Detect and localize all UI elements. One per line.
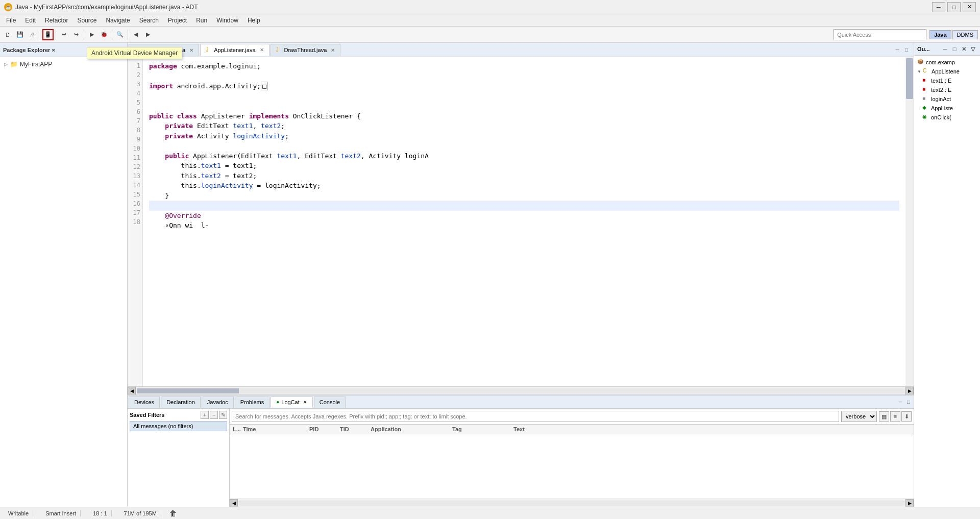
search-button[interactable]: 🔍 bbox=[114, 29, 126, 40]
logcat-scroll-left[interactable]: ◀ bbox=[230, 499, 238, 507]
menu-edit[interactable]: Edit bbox=[21, 16, 40, 25]
col-time: Time bbox=[243, 426, 309, 432]
bottom-maximize-icon[interactable]: □ bbox=[904, 398, 913, 406]
minimize-button[interactable]: ─ bbox=[932, 2, 945, 12]
menu-bar: File Edit Refactor Source Navigate Searc… bbox=[0, 14, 980, 27]
field-icon1: ■ bbox=[922, 77, 929, 84]
menu-refactor[interactable]: Refactor bbox=[41, 16, 72, 25]
package-tree: ▷ 📁 MyFirstAPP bbox=[0, 57, 127, 507]
editor-horizontal-scrollbar[interactable]: ◀ ▶ bbox=[128, 386, 914, 394]
main-container: Package Explorer × ⊟ ▽ ▷ 📁 MyFirstAPP J … bbox=[0, 43, 980, 507]
status-smart-insert: Smart Insert bbox=[41, 510, 81, 516]
tab-app-listener[interactable]: J AppListener.java ✕ bbox=[200, 44, 269, 56]
status-bar: Writable Smart Insert 18 : 1 71M of 195M… bbox=[0, 507, 980, 519]
close-button[interactable]: ✕ bbox=[963, 2, 976, 12]
tab-console[interactable]: Console bbox=[314, 397, 346, 408]
run-button[interactable]: ▶ bbox=[86, 29, 97, 40]
tab-logcat[interactable]: ● LogCat ✕ bbox=[271, 397, 313, 408]
menu-file[interactable]: File bbox=[2, 16, 20, 25]
constructor-icon: ◆ bbox=[922, 105, 929, 112]
tab-draw-thread-label: DrawThread.java bbox=[284, 47, 327, 53]
menu-run[interactable]: Run bbox=[192, 16, 211, 25]
tab-javadoc[interactable]: Javadoc bbox=[202, 397, 234, 408]
outline-panel: Ou... ─ □ ✕ ▽ 📦 com.examp ▼ C AppListene… bbox=[914, 43, 980, 507]
logcat-body bbox=[230, 434, 914, 499]
ddms-perspective-button[interactable]: DDMS bbox=[952, 30, 978, 39]
menu-source[interactable]: Source bbox=[73, 16, 101, 25]
outline-constructor-label: AppListe bbox=[931, 105, 953, 111]
remove-filter-button[interactable]: − bbox=[210, 411, 218, 419]
menu-navigate[interactable]: Navigate bbox=[102, 16, 134, 25]
tab-problems[interactable]: Problems bbox=[235, 397, 270, 408]
outline-close-icon[interactable]: ✕ bbox=[960, 45, 968, 53]
outline-field-text2[interactable]: ■ text2 : E bbox=[916, 85, 978, 94]
package-explorer-panel: Package Explorer × ⊟ ▽ ▷ 📁 MyFirstAPP bbox=[0, 43, 128, 507]
outline-constructor[interactable]: ◆ AppListe bbox=[916, 104, 978, 113]
tab-draw-thread[interactable]: J DrawThread.java ✕ bbox=[271, 44, 341, 56]
tab-maximize-icon[interactable]: □ bbox=[902, 46, 911, 54]
bottom-panel: Devices Declaration Javadoc Problems ● L… bbox=[128, 394, 914, 507]
tab-devices[interactable]: Devices bbox=[129, 397, 160, 408]
field-icon3: ■ bbox=[922, 95, 929, 103]
java-file-icon3: J bbox=[276, 47, 282, 53]
tab-minimize-icon[interactable]: ─ bbox=[893, 46, 901, 54]
tab-draw-close[interactable]: ✕ bbox=[331, 47, 335, 53]
outline-field-text1[interactable]: ■ text1 : E bbox=[916, 76, 978, 85]
menu-project[interactable]: Project bbox=[164, 16, 191, 25]
maximize-button[interactable]: □ bbox=[947, 2, 961, 12]
tab-logcat-close[interactable]: ✕ bbox=[303, 400, 307, 405]
tab-declaration[interactable]: Declaration bbox=[161, 397, 201, 408]
toolbar-sep3 bbox=[84, 30, 84, 40]
outline-method-onclick[interactable]: ◉ onClick( bbox=[916, 113, 978, 122]
back-button[interactable]: ◀ bbox=[130, 29, 141, 40]
print-button[interactable]: 🖨 bbox=[27, 29, 38, 40]
code-text[interactable]: package com.example.loginui; import andr… bbox=[143, 57, 905, 386]
perspective-buttons: Java DDMS bbox=[929, 30, 978, 39]
outline-class[interactable]: ▼ C AppListene bbox=[916, 67, 978, 76]
forward-button[interactable]: ▶ bbox=[142, 29, 154, 40]
save-button[interactable]: 💾 bbox=[14, 29, 26, 40]
menu-search[interactable]: Search bbox=[135, 16, 163, 25]
field-icon2: ■ bbox=[922, 86, 929, 93]
scroll-left-button[interactable]: ◀ bbox=[128, 387, 136, 395]
outline-field-login[interactable]: ■ loginAct bbox=[916, 94, 978, 104]
bottom-minimize-icon[interactable]: ─ bbox=[896, 398, 904, 406]
logcat-icon2[interactable]: ≡ bbox=[890, 411, 900, 422]
logcat-icon3[interactable]: ⬇ bbox=[901, 411, 912, 422]
java-perspective-button[interactable]: Java bbox=[929, 30, 951, 39]
toolbar-sep2 bbox=[56, 30, 56, 40]
saved-filters-label: Saved Filters bbox=[130, 412, 164, 418]
edit-filter-button[interactable]: ✎ bbox=[219, 411, 227, 419]
add-filter-button[interactable]: + bbox=[201, 411, 209, 419]
editor-scrollbar[interactable] bbox=[905, 57, 914, 386]
avd-manager-button[interactable]: 📱 bbox=[42, 29, 54, 40]
logcat-hscroll[interactable]: ◀ ▶ bbox=[230, 499, 914, 507]
new-button[interactable]: 🗋 bbox=[2, 29, 13, 40]
debug-button[interactable]: 🐞 bbox=[99, 29, 110, 40]
undo-button[interactable]: ↩ bbox=[58, 29, 69, 40]
toolbar-sep4 bbox=[112, 30, 112, 40]
line-numbers: 1 2 3 4 5 6 7 8 9 10 11 12 13 14 15 16 1 bbox=[128, 57, 143, 386]
menu-window[interactable]: Window bbox=[212, 16, 242, 25]
outline-minimize-icon[interactable]: ─ bbox=[941, 45, 949, 53]
quick-access-input[interactable] bbox=[834, 32, 926, 38]
tab-app-close[interactable]: ✕ bbox=[260, 47, 264, 53]
outline-package[interactable]: 📦 com.examp bbox=[916, 58, 978, 67]
menu-help[interactable]: Help bbox=[243, 16, 264, 25]
redo-button[interactable]: ↪ bbox=[70, 29, 82, 40]
code-editor[interactable]: 1 2 3 4 5 6 7 8 9 10 11 12 13 14 15 16 1 bbox=[128, 57, 914, 386]
title-bar: ☕ Java - MyFirstAPP/src/com/example/logi… bbox=[0, 0, 980, 14]
scroll-thumb[interactable] bbox=[137, 388, 239, 393]
logcat-icon1[interactable]: ▦ bbox=[879, 411, 889, 422]
logcat-search-input[interactable] bbox=[232, 411, 839, 422]
outline-maximize-icon[interactable]: □ bbox=[950, 45, 959, 53]
logcat-verbose-select[interactable]: verbose bbox=[841, 411, 877, 422]
tab-login-close[interactable]: ✕ bbox=[189, 47, 193, 53]
all-messages-filter[interactable]: All messages (no filters) bbox=[130, 421, 227, 431]
scroll-right-button[interactable]: ▶ bbox=[905, 387, 914, 395]
tree-root-item[interactable]: ▷ 📁 MyFirstAPP bbox=[2, 59, 125, 69]
outline-menu-icon[interactable]: ▽ bbox=[969, 45, 977, 53]
logcat-scroll-right[interactable]: ▶ bbox=[905, 499, 914, 507]
scroll-track[interactable] bbox=[137, 388, 904, 393]
logcat-scroll-track[interactable] bbox=[239, 501, 904, 506]
